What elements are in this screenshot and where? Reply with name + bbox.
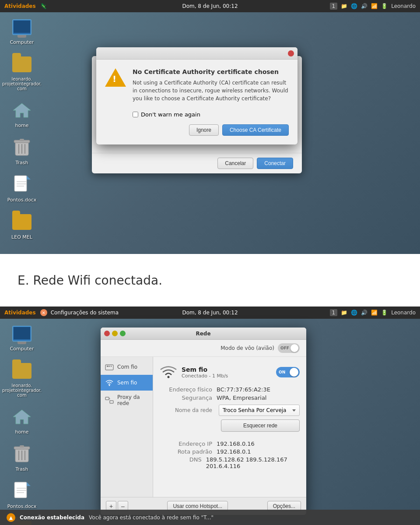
workspace-badge: 1	[330, 3, 338, 10]
svg-rect-24	[105, 365, 113, 370]
cancel-button[interactable]: Cancelar	[217, 158, 253, 169]
proxy-label: Proxy da rede	[117, 394, 148, 406]
warning-dialog-close-button[interactable]	[288, 50, 294, 56]
network-close-button[interactable]	[104, 331, 110, 336]
network-name-value: Troco Senha Por Cerveja	[223, 407, 286, 413]
semfio-header: Sem fio Conectado - 1 Mb/s ON	[160, 363, 300, 381]
desktop-icon-home-2[interactable]: home	[4, 406, 39, 435]
volume-icon-2: 🔊	[361, 310, 368, 316]
user-label[interactable]: Leonardo	[391, 3, 416, 9]
com-fio-label: Com fio	[117, 364, 137, 370]
home-label-2: home	[15, 429, 28, 435]
ip-address-row: Endereço IP 192.168.0.16	[160, 440, 300, 447]
pontos-icon-label: Pontos.docx	[7, 197, 36, 203]
activities-button-2[interactable]: Atividades	[4, 310, 36, 316]
proxy-icon	[105, 396, 114, 405]
desktop-icon-leomef[interactable]: LEO MEL	[4, 211, 39, 240]
wifi-toggle-label: ON	[279, 370, 285, 374]
warning-dialog: No Certificate Authority certificate cho…	[96, 47, 298, 144]
sidebar-item-com-fio[interactable]: Com fio	[101, 359, 153, 375]
security-label: Segurança	[160, 395, 217, 401]
security-value: WPA, Empresarial	[217, 395, 266, 401]
desktop-icon-computer[interactable]: Computer	[4, 17, 39, 45]
network-name-select[interactable]: Troco Senha Por Cerveja	[219, 405, 300, 416]
ignore-button[interactable]: Ignore	[189, 124, 219, 136]
network-minimize-button[interactable]	[112, 331, 118, 336]
sidebar-item-proxy[interactable]: Proxy da rede	[101, 391, 153, 410]
forget-network-button[interactable]: Esquecer rede	[221, 419, 300, 432]
svg-point-33	[168, 376, 170, 378]
workspace-badge-2: 1	[330, 309, 338, 316]
computer-icon-label: Computer	[10, 39, 34, 45]
notification-bold: Conexão estabelecida	[20, 514, 84, 521]
desktop-icon-pontos[interactable]: Pontos.docx	[4, 174, 39, 203]
route-label: Rota padrão	[160, 448, 217, 455]
phys-address-label: Endereço físico	[160, 386, 217, 393]
taskbar2-right: 1 📁 🌐 🔊 📶 🔋 Leonardo	[330, 309, 416, 316]
route-row: Rota padrão 192.168.0.1	[160, 448, 300, 455]
semfio-title: Sem fio	[182, 366, 228, 373]
config-icon: ✕	[40, 309, 47, 316]
bottom-section: Atividades ✕ Configurações do sistema Do…	[0, 307, 420, 525]
dont-warn-checkbox[interactable]	[133, 112, 138, 117]
desktop-icon-home[interactable]: home	[4, 100, 39, 128]
svg-rect-7	[14, 176, 27, 191]
user-label-2[interactable]: Leonardo	[391, 310, 416, 316]
warn-again-row: Don't warn me again	[105, 111, 289, 118]
trash-label-2: Trash	[15, 466, 28, 472]
ip-address-value: 192.168.0.16	[217, 440, 255, 447]
network-icon-top: 📶	[371, 3, 378, 9]
desktop-icon-folder-2[interactable]: leonardo.projetointegrador.com	[4, 360, 39, 398]
airplane-mode-row: Modo de vôo (avião) OFF	[101, 340, 306, 357]
wifi-sidebar-icon	[105, 378, 114, 387]
wifi-big-icon	[160, 363, 177, 381]
sem-fio-label: Sem fio	[117, 380, 137, 386]
home-icon-label: home	[15, 123, 28, 128]
taskbar-left: Atividades 🦎	[4, 3, 47, 9]
dns-row: DNS 189.5.128.62 189.5.128.167 201.6.4.1…	[160, 456, 300, 469]
network-name-chevron-icon	[292, 409, 296, 412]
svg-marker-12	[13, 410, 31, 424]
desktop-icons-bottom: Computer leonardo.projetointegrador.com …	[4, 323, 39, 525]
desktop-icon-computer-2[interactable]: Computer	[4, 323, 39, 352]
sidebar-item-sem-fio[interactable]: Sem fio	[101, 375, 153, 391]
connect-button[interactable]: Conectar	[257, 158, 293, 169]
network-maximize-button[interactable]	[120, 331, 126, 336]
desktop-icon-trash-2[interactable]: Trash	[4, 444, 39, 472]
phys-address-value: BC:77:37:65:A2:3E	[217, 386, 270, 393]
config-buttons: Cancelar Conectar	[92, 153, 302, 173]
activities-button[interactable]: Atividades	[4, 3, 36, 9]
network-window-title: Rede	[196, 331, 210, 337]
computer-label-2: Computer	[10, 346, 34, 352]
desktop-area-bottom: Computer leonardo.projetointegrador.com …	[0, 319, 420, 525]
network-name-row: Nome da rede Troco Senha Por Cerveja	[160, 405, 300, 416]
folder-icon-label: leonardo.projetointegrador.com	[2, 77, 42, 91]
svg-marker-20	[27, 482, 31, 486]
desktop-area-top: Computer leonardo.projetointegrador.com …	[0, 12, 420, 254]
network-main-content: Com fio Sem fio	[101, 357, 306, 497]
semfio-info: Sem fio Conectado - 1 Mb/s	[182, 366, 228, 379]
taskbar-bottom: Atividades ✕ Configurações do sistema Do…	[0, 307, 420, 319]
semfio-left: Sem fio Conectado - 1 Mb/s	[160, 363, 228, 381]
wifi-toggle-on[interactable]: ON	[276, 367, 300, 377]
volume-icon: 🔊	[361, 3, 368, 9]
desktop-icon-folder[interactable]: leonardo.projetointegrador.com	[4, 54, 39, 91]
globe-icon-2: 🌐	[351, 310, 357, 316]
warning-dialog-body: No Certificate Authority certificate cho…	[96, 60, 298, 144]
globe-icon: 🌐	[351, 3, 357, 9]
svg-rect-26	[109, 366, 110, 367]
folder-label-2: leonardo.projetointegrador.com	[2, 383, 42, 398]
choose-ca-button[interactable]: Choose CA Certificate	[222, 124, 289, 136]
top-section: Atividades 🦎 Dom, 8 de Jun, 00:12 1 📁 🌐 …	[0, 0, 420, 254]
semfio-status: Conectado - 1 Mb/s	[182, 373, 228, 379]
warning-dialog-titlebar	[96, 47, 298, 60]
wifi-icon-taskbar: 📶	[371, 310, 378, 316]
dont-warn-label: Don't warn me again	[141, 111, 200, 118]
config-title: Configurações do sistema	[51, 310, 119, 316]
svg-rect-27	[111, 366, 112, 367]
desktop-icon-trash[interactable]: Trash	[4, 137, 39, 166]
airplane-toggle[interactable]: OFF	[278, 343, 300, 353]
warning-content-row: No Certificate Authority certificate cho…	[105, 68, 289, 102]
middle-section: E. Rede Wifi conectada.	[0, 254, 420, 307]
desktop-icon-pontos-2[interactable]: Pontos.docx	[4, 481, 39, 509]
